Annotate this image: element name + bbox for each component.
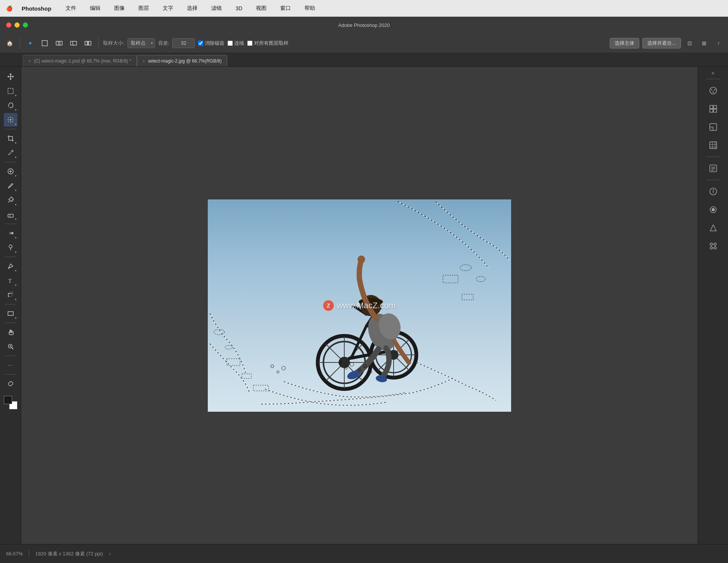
image-dimensions: 1920 像素 x 1362 像素 (72 ppi)	[35, 550, 103, 557]
maximize-button[interactable]	[23, 22, 28, 28]
menu-layer[interactable]: 图层	[136, 4, 151, 13]
menu-edit[interactable]: 编辑	[88, 4, 103, 13]
menu-filter[interactable]: 滤镜	[209, 4, 224, 13]
pen-tool[interactable]: ▸	[4, 259, 17, 273]
properties-panel[interactable]	[705, 183, 722, 200]
svg-point-31	[9, 245, 12, 248]
image-canvas: .ants-path { fill: none; stroke: #000; s…	[208, 199, 511, 412]
gradient-tool[interactable]: ▸	[4, 226, 17, 240]
menu-text[interactable]: 文字	[160, 4, 176, 13]
home-button[interactable]: 🏠	[4, 38, 15, 49]
rp-separator-3	[706, 180, 720, 180]
apple-logo[interactable]: 🍎	[6, 5, 13, 11]
select-subject-button[interactable]: 选择主体	[610, 38, 639, 49]
tool-separator-1	[5, 129, 16, 129]
menu-file[interactable]: 文件	[63, 4, 78, 13]
menu-3d[interactable]: 3D	[233, 5, 245, 12]
lasso-arrow: ▸	[15, 108, 17, 111]
tool-separator-8	[5, 374, 16, 375]
sample-size-select[interactable]: 取样点	[127, 38, 155, 48]
subtract-selection-icon[interactable]	[68, 38, 79, 49]
dodge-tool[interactable]: ▸	[4, 241, 17, 254]
adjustment-panel[interactable]	[705, 119, 722, 135]
menu-view[interactable]: 视图	[254, 4, 269, 13]
svg-point-109	[712, 208, 715, 211]
pattern-panel[interactable]	[705, 137, 722, 154]
panel-toggle-icon[interactable]: ⊡	[684, 38, 695, 49]
tab-2[interactable]: × select-magic-2.jpg @ 66.7%(RGB/8)	[137, 55, 228, 66]
puppet-warp-panel[interactable]	[705, 238, 722, 254]
marquee-tool[interactable]: ▸	[4, 84, 17, 98]
crop-arrow: ▸	[15, 141, 17, 144]
sample-size-wrapper: 取样点 ▾	[127, 38, 155, 48]
rotate-tool[interactable]	[4, 377, 17, 390]
contiguous-label[interactable]: 连续	[228, 40, 244, 47]
all-layers-label[interactable]: 对所有图层取样	[247, 40, 289, 47]
magic-wand-tool[interactable]: ▸	[4, 113, 17, 127]
anti-alias-label[interactable]: 消除锯齿	[198, 40, 224, 47]
menu-image[interactable]: 图像	[112, 4, 127, 13]
anti-alias-checkbox[interactable]	[198, 41, 203, 46]
eyedropper-tool[interactable]: ▸	[4, 146, 17, 160]
healing-tool[interactable]: ▸	[4, 165, 17, 178]
paths-panel[interactable]	[705, 220, 722, 236]
minimize-button[interactable]	[14, 22, 20, 28]
effects-panel[interactable]	[705, 201, 722, 218]
watermark-z-icon: Z	[323, 300, 334, 311]
new-selection-icon[interactable]	[39, 38, 50, 49]
menu-window[interactable]: 窗口	[278, 4, 293, 13]
all-layers-checkbox[interactable]	[247, 41, 253, 46]
libraries-panel[interactable]	[705, 160, 722, 177]
dodge-arrow: ▸	[15, 250, 17, 254]
eraser-tool[interactable]: ▸	[4, 208, 17, 221]
rp-separator-2	[706, 157, 720, 157]
svg-rect-91	[710, 105, 713, 108]
tab-close-1[interactable]: ×	[28, 59, 31, 63]
contiguous-checkbox[interactable]	[228, 41, 233, 46]
more-tools[interactable]: ···	[4, 358, 17, 372]
shape-tool[interactable]: ▸	[4, 307, 17, 320]
lasso-tool[interactable]: ▸	[4, 99, 17, 112]
svg-point-111	[714, 243, 716, 245]
crop-tool[interactable]: ▸	[4, 132, 17, 145]
svg-point-89	[714, 89, 715, 91]
app-name: Photoshop	[22, 5, 51, 12]
foreground-color-swatch[interactable]	[4, 396, 12, 404]
clone-stamp-tool[interactable]: ▸	[4, 193, 17, 207]
type-tool[interactable]: T ▸	[4, 274, 17, 287]
hand-tool[interactable]	[4, 325, 17, 339]
svg-rect-7	[87, 41, 89, 45]
grid-panel[interactable]	[705, 100, 722, 117]
select-and-mask-button[interactable]: 选择并遮住...	[642, 38, 681, 49]
menu-select[interactable]: 选择	[185, 4, 200, 13]
intersect-selection-icon[interactable]	[82, 38, 94, 49]
add-selection-icon[interactable]	[53, 38, 65, 49]
tab-close-2[interactable]: ×	[143, 59, 145, 63]
move-tool[interactable]	[4, 70, 17, 83]
color-swatches[interactable]	[4, 396, 17, 409]
eraser-arrow: ▸	[15, 217, 17, 221]
brush-tool[interactable]: ▸	[4, 179, 17, 193]
menu-help[interactable]: 帮助	[302, 4, 317, 13]
svg-point-65	[358, 256, 365, 263]
color-palette-panel[interactable]	[705, 82, 722, 99]
status-arrow[interactable]: ›	[109, 551, 111, 557]
tab-1[interactable]: × (C) select-magic-1.psd @ 66.7% (tree, …	[23, 55, 137, 66]
titlebar: Adobe Photoshop 2020	[0, 17, 728, 33]
panel-grid-icon[interactable]: ⊞	[698, 38, 710, 49]
svg-line-15	[12, 118, 13, 118]
magic-wand-arrow: ▸	[15, 122, 17, 126]
tool-separator-7	[5, 356, 16, 356]
svg-rect-0	[42, 41, 47, 46]
zoom-tool[interactable]	[4, 340, 17, 353]
svg-point-113	[714, 247, 716, 249]
share-icon[interactable]: ↑	[713, 38, 724, 49]
panel-collapse-arrow[interactable]: «	[709, 70, 717, 76]
magic-wand-tool-icon[interactable]: ✦	[25, 38, 36, 49]
path-select-tool[interactable]: ▸	[4, 288, 17, 302]
svg-rect-94	[714, 109, 717, 112]
tool-separator-6	[5, 323, 16, 323]
svg-line-19	[8, 154, 9, 155]
tolerance-input[interactable]	[172, 38, 195, 48]
close-button[interactable]	[6, 22, 11, 28]
